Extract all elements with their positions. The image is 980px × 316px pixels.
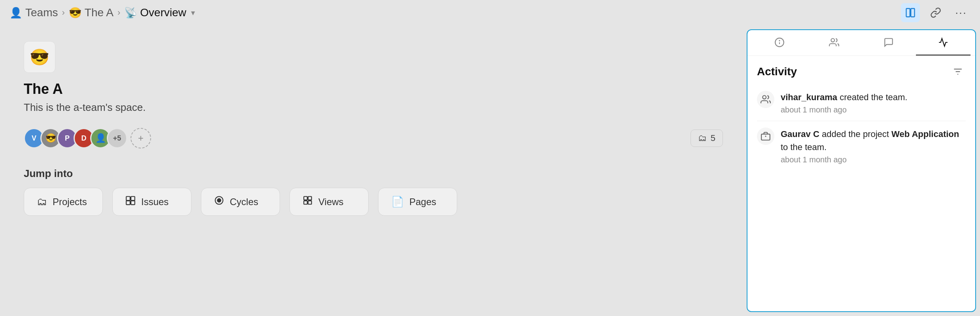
tab-members[interactable] <box>807 30 861 55</box>
jump-card-issues-label: Issues <box>141 196 168 207</box>
activity-item: vihar_kurama created the team. about 1 m… <box>757 84 966 121</box>
tab-activity[interactable] <box>916 30 971 55</box>
issues-icon <box>125 195 136 208</box>
svg-rect-9 <box>308 196 312 200</box>
jump-card-views-label: Views <box>318 196 344 207</box>
breadcrumb-overview-label: Overview <box>140 6 186 19</box>
avatar-label: P <box>65 134 70 143</box>
comments-icon <box>884 37 894 48</box>
chevron-down-icon: ▾ <box>191 8 195 17</box>
left-panel: 😎 The A This is the a-team's space. V 😎 … <box>0 25 747 316</box>
more-options-button[interactable]: ··· <box>952 3 971 22</box>
teams-icon: 👤 <box>9 7 22 19</box>
tab-comments[interactable] <box>861 30 916 55</box>
overview-icon: 📡 <box>124 7 137 19</box>
the-a-emoji-icon: 😎 <box>69 7 81 19</box>
activity-item: Gaurav C added the project Web Applicati… <box>757 121 966 171</box>
jump-card-issues[interactable]: Issues <box>112 188 191 216</box>
members-row: V 😎 P D 👤 +5 + 🗂 5 <box>24 128 723 148</box>
activity-action-2b: to the team. <box>781 142 827 152</box>
info-icon <box>774 37 785 48</box>
svg-point-19 <box>762 95 766 99</box>
svg-rect-8 <box>304 196 307 200</box>
svg-rect-10 <box>304 201 307 204</box>
breadcrumb-teams[interactable]: 👤 Teams <box>9 6 58 19</box>
jump-into-label: Jump into <box>24 168 723 180</box>
breadcrumb-sep-1: › <box>62 8 64 18</box>
jump-card-cycles-label: Cycles <box>230 196 258 207</box>
breadcrumb-overview[interactable]: 📡 Overview ▾ <box>124 6 195 19</box>
jump-cards: 🗂 Projects Issues <box>24 188 723 216</box>
cycles-icon <box>214 195 224 208</box>
svg-rect-11 <box>308 201 312 204</box>
main-layout: 😎 The A This is the a-team's space. V 😎 … <box>0 25 980 316</box>
layout-icon <box>905 7 916 18</box>
svg-point-15 <box>831 38 834 42</box>
add-member-button[interactable]: + <box>131 128 151 148</box>
team-name: The A <box>24 81 723 97</box>
team-emoji: 😎 <box>30 48 49 67</box>
avatar-count-label: +5 <box>113 134 121 143</box>
jump-card-projects-label: Projects <box>53 196 87 207</box>
plus-icon: + <box>138 133 144 144</box>
projects-badge-icon: 🗂 <box>698 133 707 143</box>
activity-time-2: about 1 month ago <box>781 155 966 164</box>
activity-action-1: created the team. <box>837 92 907 102</box>
activity-header: Activity <box>747 56 975 84</box>
svg-rect-0 <box>906 9 910 17</box>
activity-title: Activity <box>757 65 797 78</box>
activity-user-2: Gaurav C <box>781 129 819 139</box>
jump-card-pages-label: Pages <box>409 196 436 207</box>
layout-toggle-button[interactable] <box>901 3 920 22</box>
projects-count: 5 <box>711 133 715 143</box>
activity-filter-button[interactable] <box>950 64 966 80</box>
link-button[interactable] <box>926 3 945 22</box>
activity-content-2: Gaurav C added the project Web Applicati… <box>781 128 966 164</box>
jump-card-cycles[interactable]: Cycles <box>201 188 280 216</box>
team-description: This is the a-team's space. <box>24 101 723 114</box>
breadcrumb-teams-label: Teams <box>25 6 58 19</box>
right-panel: Activity <box>747 29 976 312</box>
svg-rect-3 <box>131 196 135 200</box>
breadcrumb-the-a-label: The A <box>85 6 114 19</box>
avatar-emoji-label: 👤 <box>95 133 106 143</box>
avatar-label: D <box>81 134 87 143</box>
breadcrumb: 👤 Teams › 😎 The A › 📡 Overview ▾ <box>9 6 195 19</box>
jump-card-projects[interactable]: 🗂 Projects <box>24 188 103 216</box>
activity-project-name: Web Application <box>891 129 959 139</box>
svg-rect-20 <box>761 134 770 140</box>
right-panel-tabs <box>747 30 975 56</box>
breadcrumb-the-a[interactable]: 😎 The A <box>69 6 114 19</box>
group-icon <box>761 94 771 105</box>
activity-avatar-2 <box>757 128 774 145</box>
svg-rect-5 <box>131 201 135 205</box>
activity-user-1: vihar_kurama <box>781 92 837 102</box>
views-icon <box>303 195 313 208</box>
jump-card-pages[interactable]: 📄 Pages <box>378 188 457 216</box>
svg-rect-1 <box>911 9 914 17</box>
activity-text-1: vihar_kurama created the team. <box>781 91 966 104</box>
avatar-label: V <box>32 134 36 143</box>
filter-icon <box>953 67 963 77</box>
projects-icon: 🗂 <box>37 196 47 208</box>
issues-svg-icon <box>125 195 136 206</box>
breadcrumb-sep-2: › <box>117 8 120 18</box>
jump-card-views[interactable]: Views <box>289 188 369 216</box>
member-avatar-count[interactable]: +5 <box>107 128 127 148</box>
svg-rect-2 <box>126 196 130 200</box>
link-icon <box>930 7 941 18</box>
svg-point-7 <box>218 199 221 202</box>
activity-icon <box>938 37 948 48</box>
tab-info[interactable] <box>752 30 807 55</box>
activity-avatar-1 <box>757 91 774 108</box>
svg-rect-4 <box>126 201 130 205</box>
header-actions: ··· <box>901 3 971 22</box>
team-icon-box: 😎 <box>24 41 55 73</box>
members-icon <box>829 37 839 48</box>
projects-count-badge[interactable]: 🗂 5 <box>691 129 723 147</box>
activity-time-1: about 1 month ago <box>781 105 966 114</box>
header: 👤 Teams › 😎 The A › 📡 Overview ▾ <box>0 0 980 25</box>
cycles-svg-icon <box>214 195 224 206</box>
activity-action-2: added the project <box>819 129 891 139</box>
briefcase-icon <box>761 131 771 141</box>
